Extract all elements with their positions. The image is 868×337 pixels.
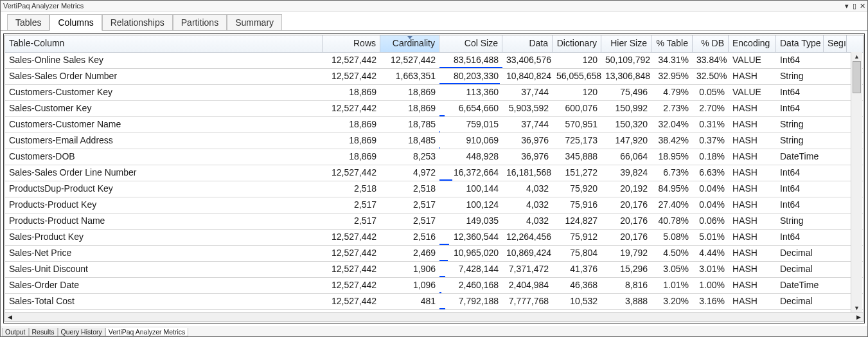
btab-query-history[interactable]: Query History	[58, 328, 105, 336]
scroll-right-icon[interactable]: ▶	[854, 313, 863, 322]
table-row[interactable]: Customers-DOB18,8698,253448,92836,976345…	[5, 149, 863, 165]
cell-ptable: 32.95%	[651, 69, 693, 84]
table-row[interactable]: Customers-Customer Key18,86918,869113,36…	[5, 85, 863, 101]
cell-colsize: 7,428,144	[439, 262, 502, 277]
cell-tablecol: Customers-Email Address	[5, 133, 323, 149]
cell-enc: HASH	[729, 133, 776, 149]
grid-body[interactable]: Sales-Online Sales Key12,527,44212,527,4…	[5, 53, 863, 322]
btab-results[interactable]: Results	[29, 328, 58, 336]
cell-dict: 75,920	[553, 181, 601, 197]
cell-dtype: String	[776, 117, 824, 132]
table-row[interactable]: Sales-Total Cost12,527,4424817,792,1887,…	[5, 294, 863, 310]
cell-colsize: 2,460,168	[439, 278, 502, 293]
col-header-datatype[interactable]: Data Type	[776, 35, 824, 52]
table-row[interactable]: Sales-Online Sales Key12,527,44212,527,4…	[5, 53, 863, 69]
scroll-thumb-v[interactable]	[853, 61, 861, 93]
dropdown-icon[interactable]: ▾	[843, 2, 851, 10]
tab-relationships[interactable]: Relationships	[102, 14, 173, 30]
cell-rows: 12,527,442	[323, 53, 380, 68]
table-row[interactable]: ProductsDup-Product Key2,5182,518100,144…	[5, 181, 863, 197]
cell-dtype: DateTime	[776, 278, 824, 293]
cell-card: 1,906	[380, 262, 439, 277]
cell-dict: 600,076	[553, 101, 601, 116]
cell-enc: HASH	[729, 278, 776, 293]
cell-dtype: Int64	[776, 230, 824, 245]
table-row[interactable]: Sales-Sales Order Number12,527,4421,663,…	[5, 69, 863, 85]
cell-hier: 147,920	[601, 133, 651, 149]
table-row[interactable]: Sales-Net Price12,527,4422,46910,965,020…	[5, 246, 863, 262]
scroll-left-icon[interactable]: ◀	[5, 313, 14, 322]
col-header-pct-table[interactable]: % Table	[651, 35, 693, 52]
col-header-cardinality[interactable]: Cardinality	[380, 35, 439, 52]
cell-rows: 2,517	[323, 214, 380, 229]
cell-colsize: 910,069	[439, 133, 502, 149]
cell-hier: 13,306,848	[601, 69, 651, 84]
cell-ptable: 18.95%	[651, 149, 693, 165]
cell-enc: VALUE	[729, 85, 776, 100]
databar	[439, 115, 445, 116]
table-row[interactable]: Products-Product Key2,5172,517100,1244,0…	[5, 197, 863, 214]
col-header-hiersize[interactable]: Hier Size	[601, 35, 651, 52]
tab-summary[interactable]: Summary	[227, 14, 282, 30]
cell-tablecol: Products-Product Key	[5, 197, 323, 213]
col-header-encoding[interactable]: Encoding	[729, 35, 776, 52]
tab-partitions[interactable]: Partitions	[173, 14, 227, 30]
table-row[interactable]: Products-Product Name2,5172,517149,0354,…	[5, 214, 863, 230]
vertical-scrollbar[interactable]: ▲ ▼	[851, 52, 862, 313]
cell-colsize: 6,654,660	[439, 101, 502, 116]
scroll-down-icon[interactable]: ▼	[851, 304, 862, 313]
cell-colsize: 448,928	[439, 149, 502, 165]
table-row[interactable]: Sales-Order Date12,527,4421,0962,460,168…	[5, 278, 863, 294]
cell-tablecol: Sales-Online Sales Key	[5, 53, 323, 68]
table-row[interactable]: Customers-Email Address18,86918,485910,0…	[5, 133, 863, 149]
col-header-colsize[interactable]: Col Size	[439, 35, 502, 52]
btab-vertipaq[interactable]: VertiPaq Analyzer Metrics	[105, 328, 189, 336]
table-row[interactable]: Sales-Sales Order Line Number12,527,4424…	[5, 165, 863, 181]
horizontal-scrollbar[interactable]: ◀ ▶	[5, 312, 863, 322]
cell-dict: 56,055,658	[553, 69, 601, 84]
col-header-rows[interactable]: Rows	[323, 35, 380, 52]
table-row[interactable]: Sales-Unit Discount12,527,4421,9067,428,…	[5, 262, 863, 278]
table-row[interactable]: Customers-Customer Name18,86918,785759,0…	[5, 117, 863, 133]
table-row[interactable]: Sales-Customer Key12,527,44218,8696,654,…	[5, 101, 863, 117]
cell-pdb: 5.01%	[693, 230, 729, 245]
cell-rows: 12,527,442	[323, 69, 380, 84]
cell-ptable: 4.50%	[651, 246, 693, 261]
cell-enc: HASH	[729, 197, 776, 213]
scroll-up-icon[interactable]: ▲	[851, 52, 862, 61]
cell-card: 2,517	[380, 197, 439, 213]
cell-pdb: 0.06%	[693, 214, 729, 229]
btab-output[interactable]: Output	[2, 328, 29, 336]
cell-hier: 3,888	[601, 294, 651, 309]
cell-hier: 66,064	[601, 149, 651, 165]
cell-data: 2,404,984	[502, 278, 553, 293]
col-header-data[interactable]: Data	[502, 35, 553, 52]
cell-hier: 19,792	[601, 246, 651, 261]
table-row[interactable]: Sales-Product Key12,527,4422,51612,360,5…	[5, 230, 863, 246]
databar	[439, 67, 502, 68]
cell-pdb: 0.04%	[693, 197, 729, 213]
cell-card: 4,972	[380, 165, 439, 181]
cell-rows: 18,869	[323, 117, 380, 132]
cell-pdb: 6.63%	[693, 165, 729, 181]
cell-dtype: String	[776, 69, 824, 84]
cell-rows: 18,869	[323, 149, 380, 165]
close-icon[interactable]: ✕	[858, 2, 866, 10]
databar	[439, 147, 440, 149]
col-header-pct-db[interactable]: % DB	[693, 35, 729, 52]
col-header-segments[interactable]: Segı	[824, 35, 847, 52]
cell-hier: 150,992	[601, 101, 651, 116]
cell-dtype: Int64	[776, 101, 824, 116]
databar	[439, 244, 449, 245]
cell-dict: 725,173	[553, 133, 601, 149]
pin-icon[interactable]: ▯	[851, 2, 858, 10]
tab-columns[interactable]: Columns	[49, 14, 102, 31]
vertipaq-panel: VertiPaq Analyzer Metrics ▾ ▯ ✕ Tables C…	[0, 0, 868, 337]
tab-tables[interactable]: Tables	[7, 14, 49, 30]
col-header-dictionary[interactable]: Dictionary	[553, 35, 601, 52]
cell-dict: 75,912	[553, 230, 601, 245]
col-header-tablecolumn[interactable]: Table-Column	[5, 35, 323, 52]
cell-ptable: 40.78%	[651, 214, 693, 229]
cell-data: 4,032	[502, 181, 553, 197]
cell-colsize: 149,035	[439, 214, 502, 229]
